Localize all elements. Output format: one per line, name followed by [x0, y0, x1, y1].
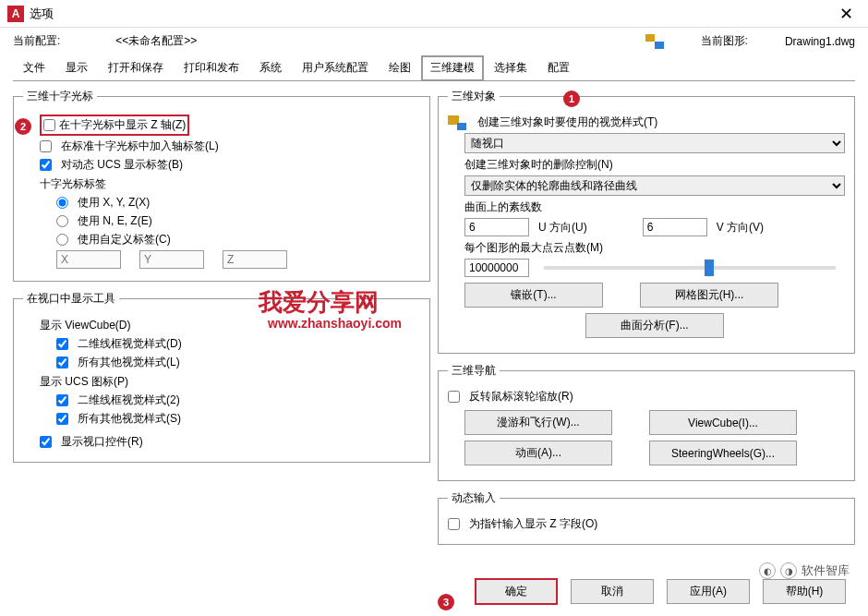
annotation-badge-2: 2 [15, 118, 31, 135]
crosshair-labels-heading: 十字光标标签 [40, 176, 420, 192]
radio-xyz-label: 使用 X, Y, Z(X) [78, 195, 150, 211]
annotation-badge-1: 1 [563, 91, 580, 107]
cb-reverse-wheel-zoom-label: 反转鼠标滚轮缩放(R) [469, 389, 573, 405]
cb-ucs-other[interactable] [56, 413, 68, 425]
btn-walk-fly[interactable]: 漫游和飞行(W)... [464, 410, 612, 435]
input-label-y[interactable] [139, 250, 204, 269]
input-label-x[interactable] [56, 250, 121, 269]
point-cloud-slider[interactable] [544, 266, 836, 270]
input-point-cloud-max[interactable] [464, 259, 529, 277]
cb-ucs-2dwire-label: 二维线框视觉样式(2) [78, 393, 180, 408]
select-visual-style[interactable]: 随视口 [464, 133, 845, 153]
input-label-z[interactable] [223, 250, 287, 269]
legend-viewport-tools: 在视口中显示工具 [23, 291, 119, 307]
cb-vc-other-label: 所有其他视觉样式(L) [78, 355, 180, 370]
ok-button[interactable]: 确定 [475, 578, 558, 605]
cb-vc-2dwire-label: 二维线框视觉样式(D) [78, 336, 182, 352]
ucs-icon-heading: 显示 UCS 图标(P) [40, 374, 420, 390]
radio-xyz[interactable] [56, 197, 68, 209]
slider-thumb[interactable] [705, 260, 714, 276]
tab-selection[interactable]: 选择集 [484, 54, 537, 80]
cancel-button[interactable]: 取消 [571, 579, 654, 604]
app-icon: A [7, 6, 24, 22]
radio-nez-label: 使用 N, E, Z(E) [78, 213, 152, 229]
cb-vc-other[interactable] [56, 356, 68, 368]
cb-axis-labels-std[interactable] [40, 140, 52, 152]
cb-show-z-axis-label: 在十字光标中显示 Z 轴(Z) [59, 117, 186, 133]
input-v-direction[interactable] [643, 218, 707, 236]
group-3d-objects: 三维对象 创建三维对象时要使用的视觉样式(T) 随视口 创建三维对象时的删除控制… [438, 89, 855, 354]
btn-surface-analysis[interactable]: 曲面分析(F)... [585, 313, 724, 338]
cb-viewport-controls-label: 显示视口控件(R) [61, 434, 143, 450]
tab-print[interactable]: 打印和发布 [174, 54, 249, 80]
wechat-icon: ◐ [759, 562, 776, 579]
apply-button[interactable]: 应用(A) [667, 579, 750, 604]
cb-show-z-field-label: 为指针输入显示 Z 字段(O) [469, 516, 597, 532]
point-cloud-label: 每个图形的最大点云点数(M) [464, 240, 845, 256]
watermark-url: www.zhanshaoyi.com [268, 316, 402, 331]
u-direction-label: U 方向(U) [538, 220, 587, 236]
group-3d-crosshair: 三维十字光标 在十字光标中显示 Z 轴(Z) 在标准十字光标中加入轴标签(L) … [13, 89, 430, 282]
cb-reverse-wheel-zoom[interactable] [448, 391, 460, 403]
drawing-value: Drawing1.dwg [785, 35, 855, 48]
help-button[interactable]: 帮助(H) [763, 579, 846, 604]
watermark-text: 我爱分享网 [259, 286, 379, 319]
del-control-label: 创建三维对象时的删除控制(N) [464, 157, 845, 173]
cb-vc-2dwire[interactable] [56, 338, 68, 350]
cb-ucs-other-label: 所有其他视觉样式(S) [78, 411, 181, 427]
legend-3d-crosshair: 三维十字光标 [23, 89, 97, 104]
profile-label: 当前配置: [13, 33, 60, 49]
group-dynamic-input: 动态输入 为指针输入显示 Z 字段(O) [438, 490, 855, 545]
btn-viewcube[interactable]: ViewCube(I)... [649, 410, 797, 435]
cb-show-z-axis[interactable] [43, 119, 55, 131]
select-delete-control[interactable]: 仅删除实体的轮廓曲线和路径曲线 [464, 175, 845, 196]
legend-3d-objects: 三维对象 [448, 89, 500, 104]
isolines-label: 曲面上的素线数 [464, 199, 845, 215]
annotation-badge-3: 3 [438, 594, 454, 610]
btn-steering-wheels[interactable]: SteeringWheels(G)... [649, 441, 797, 465]
btn-animation[interactable]: 动画(A)... [464, 441, 612, 465]
legend-dynamic-input: 动态输入 [448, 490, 500, 506]
radio-custom[interactable] [56, 234, 68, 246]
cb-axis-labels-std-label: 在标准十字光标中加入轴标签(L) [61, 139, 219, 154]
profile-value: <<未命名配置>> [115, 33, 197, 49]
tab-profiles[interactable]: 配置 [537, 54, 580, 80]
brand-watermark: ◐ ◑ 软件智库 [759, 562, 850, 579]
tab-file[interactable]: 文件 [13, 54, 55, 80]
wechat-icon-2: ◑ [780, 562, 797, 579]
tab-open-save[interactable]: 打开和保存 [98, 54, 174, 80]
radio-nez[interactable] [56, 215, 68, 227]
legend-3d-navigation: 三维导航 [448, 363, 500, 379]
radio-custom-label: 使用自定义标签(C) [78, 232, 171, 248]
tab-3d-modeling[interactable]: 三维建模 [421, 55, 484, 81]
cb-ucs-2dwire[interactable] [56, 394, 68, 406]
visual-style-icon [448, 115, 466, 130]
window-title: 选项 [30, 6, 54, 22]
group-3d-navigation: 三维导航 反转鼠标滚轮缩放(R) 漫游和飞行(W)... ViewCube(I)… [438, 363, 855, 481]
cb-dynamic-ucs-labels[interactable] [40, 159, 52, 171]
tab-drafting[interactable]: 绘图 [379, 54, 421, 80]
btn-mesh-primitives[interactable]: 网格图元(H)... [640, 283, 778, 308]
tab-system[interactable]: 系统 [249, 54, 292, 80]
vs-label: 创建三维对象时要使用的视觉样式(T) [477, 115, 657, 130]
drawing-icon [645, 34, 664, 49]
close-icon[interactable]: ✕ [832, 4, 861, 24]
cb-dynamic-ucs-labels-label: 对动态 UCS 显示标签(B) [61, 157, 183, 173]
input-u-direction[interactable] [464, 218, 529, 236]
btn-tessellation[interactable]: 镶嵌(T)... [464, 283, 603, 308]
v-direction-label: V 方向(V) [717, 220, 764, 236]
drawing-label: 当前图形: [701, 33, 748, 49]
tab-bar: 文件 显示 打开和保存 打印和发布 系统 用户系统配置 绘图 三维建模 选择集 … [13, 54, 855, 81]
tab-user-prefs[interactable]: 用户系统配置 [292, 54, 379, 80]
tab-display[interactable]: 显示 [55, 54, 98, 80]
cb-viewport-controls[interactable] [40, 436, 52, 448]
cb-show-z-field[interactable] [448, 518, 460, 530]
